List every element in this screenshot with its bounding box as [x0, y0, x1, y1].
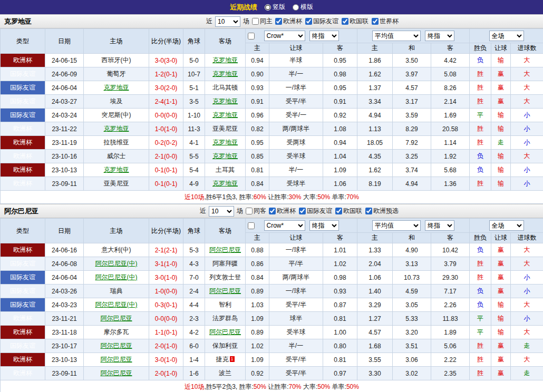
- scope-select[interactable]: 全场: [489, 220, 524, 231]
- filter-checkbox[interactable]: [372, 18, 379, 25]
- filter-option[interactable]: 欧国联: [342, 17, 369, 26]
- result-goals: 小: [511, 122, 543, 136]
- tracked-team-link[interactable]: 克罗地亚: [104, 84, 129, 91]
- tracked-team-link[interactable]: 克罗地亚: [212, 97, 238, 105]
- same-venue-checkbox[interactable]: [246, 208, 253, 214]
- match-date: 23-11-21: [45, 312, 84, 326]
- odds-stage-select[interactable]: 终指: [309, 31, 339, 41]
- away-team: 土耳其: [205, 163, 246, 177]
- match-row: 欧洲杯23-11-19拉脱维亚0-2(0-2)4-1克罗地亚0.95受两球0.9…: [1, 136, 543, 150]
- tracked-team-link[interactable]: 克罗地亚: [212, 111, 238, 119]
- tracked-team-link[interactable]: 阿尔巴尼亚: [209, 246, 241, 253]
- filter-checkbox[interactable]: [365, 208, 372, 214]
- result-handicap: 输: [491, 312, 511, 326]
- tracked-team-link[interactable]: 克罗地亚: [212, 152, 238, 160]
- layout-horizontal-option[interactable]: 横版: [293, 3, 313, 12]
- layout-vertical-option[interactable]: 竖版: [265, 3, 285, 12]
- filter-option[interactable]: 欧洲杯: [269, 207, 296, 215]
- corners: 10-7: [183, 67, 205, 81]
- tracked-team-link[interactable]: 阿尔巴尼亚: [209, 287, 241, 295]
- result-outcome: 负: [470, 163, 491, 177]
- tracked-team-link[interactable]: 克罗地亚: [212, 70, 238, 77]
- tracked-team-link[interactable]: 阿尔巴尼亚: [101, 356, 132, 363]
- scope-select[interactable]: 全场: [489, 31, 524, 41]
- filter-checkbox[interactable]: [342, 18, 348, 25]
- match-type: 国际友谊: [1, 339, 45, 353]
- filter-option[interactable]: 欧国联: [335, 207, 362, 215]
- filter-checkbox[interactable]: [305, 18, 312, 25]
- summary-part: 单率:: [330, 193, 346, 201]
- filter-checkbox[interactable]: [269, 208, 276, 214]
- home-odds: 0.92: [246, 367, 269, 380]
- match-row: 国际友谊24-03-26瑞典1-0(0-0)2-4阿尔巴尼亚0.89一/球半0.…: [1, 285, 543, 298]
- avg-home-odds: 18.05: [357, 136, 393, 150]
- result-handicap: 输: [491, 177, 511, 191]
- tracked-team-link[interactable]: 克罗地亚: [212, 139, 238, 146]
- filter-checkbox[interactable]: [299, 208, 306, 214]
- tracked-team-link[interactable]: 阿尔巴尼亚: [101, 369, 132, 377]
- match-count-select[interactable]: 10: [215, 16, 240, 27]
- avg-stage-select[interactable]: 终指: [425, 31, 454, 41]
- same-venue-option[interactable]: 同主: [252, 17, 273, 26]
- avg-home-odds: 4.94: [357, 109, 393, 122]
- same-venue-option[interactable]: 同客: [246, 207, 266, 215]
- subcol-handicap-result: 让球: [491, 43, 511, 54]
- horizontal-layout-radio[interactable]: [293, 4, 299, 11]
- avg-away-odds: 2.26: [431, 298, 470, 312]
- tracked-team-link[interactable]: 阿尔巴尼亚(中): [95, 260, 138, 267]
- tracked-team-link[interactable]: 阿尔巴尼亚(中): [95, 273, 138, 281]
- tracked-team-link[interactable]: 克罗地亚: [104, 125, 129, 132]
- filter-option[interactable]: 欧洲杯: [275, 17, 302, 26]
- away-team: 保加利亚: [205, 339, 246, 353]
- corners: 5-3: [183, 243, 205, 257]
- tracked-team-link[interactable]: 克罗地亚: [104, 166, 129, 173]
- result-handicap: 赢: [491, 285, 511, 298]
- tracked-team-link[interactable]: 阿尔巴尼亚(中): [95, 301, 138, 308]
- tracked-team-link[interactable]: 克罗地亚: [212, 56, 238, 64]
- page-title: 近期战绩: [230, 3, 257, 12]
- match-count-select[interactable]: 10: [209, 206, 234, 217]
- horizontal-layout-label: 横版: [300, 3, 313, 12]
- result-handicap: 赢: [491, 95, 511, 109]
- avg-stage-select[interactable]: 终指: [425, 220, 454, 231]
- summary-part: 大率:: [302, 383, 318, 390]
- bookmaker-checkbox[interactable]: [248, 33, 255, 40]
- filter-option[interactable]: 欧洲预选: [365, 207, 399, 215]
- corners: 4-9: [183, 177, 205, 191]
- avg-draw-odds: 3.17: [393, 95, 431, 109]
- same-venue-label: 同客: [254, 207, 266, 215]
- home-odds: 0.86: [246, 257, 269, 271]
- tracked-team-link[interactable]: 克罗地亚: [212, 180, 238, 187]
- average-select[interactable]: 平均值: [372, 220, 421, 231]
- result-outcome: 平: [470, 312, 491, 326]
- tracked-team-link[interactable]: 阿尔巴尼亚: [101, 342, 132, 349]
- filter-checkbox[interactable]: [335, 208, 342, 214]
- tracked-team-link[interactable]: 阿尔巴尼亚: [209, 328, 241, 336]
- filter-option[interactable]: 国际友谊: [299, 207, 332, 215]
- home-team: 阿尔巴尼亚: [84, 367, 149, 380]
- average-odds-header: 平均值 终指: [357, 29, 470, 43]
- corners: 4-1: [183, 136, 205, 150]
- bookmaker-select[interactable]: Crow*: [264, 31, 305, 41]
- filter-option[interactable]: 国际友谊: [305, 17, 338, 26]
- bookmaker-checkbox[interactable]: [248, 222, 255, 229]
- avg-away-odds: 2.22: [431, 353, 470, 367]
- result-handicap: 输: [491, 54, 511, 67]
- match-type: 国际友谊: [1, 67, 45, 81]
- result-handicap: 赢: [491, 271, 511, 285]
- handicap: 半/一: [269, 339, 323, 353]
- same-venue-checkbox[interactable]: [252, 18, 259, 25]
- bookmaker-select[interactable]: Crow*: [264, 220, 305, 231]
- tracked-team-link[interactable]: 阿尔巴尼亚: [101, 315, 132, 322]
- subcol-avg-draw: 和: [393, 233, 431, 243]
- result-goals: 大: [511, 326, 543, 339]
- near-label: 近: [200, 207, 206, 215]
- filter-checkbox[interactable]: [275, 18, 282, 25]
- vertical-layout-radio[interactable]: [265, 4, 271, 11]
- subcol-avg-home: 主: [357, 233, 393, 243]
- handicap: 半/一: [269, 163, 323, 177]
- filter-option[interactable]: 世界杯: [372, 17, 399, 26]
- odds-stage-select[interactable]: 终指: [309, 220, 339, 231]
- result-outcome: 负: [470, 243, 491, 257]
- average-select[interactable]: 平均值: [372, 31, 421, 41]
